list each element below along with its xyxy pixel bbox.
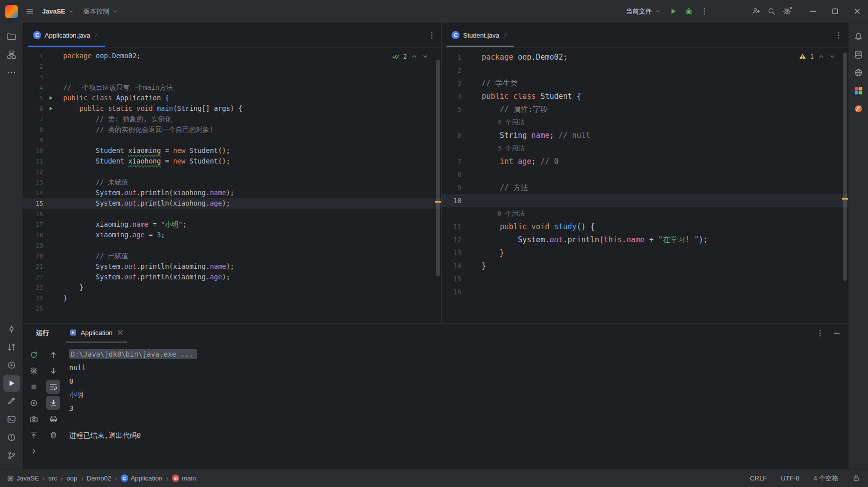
line-number[interactable]: 14 xyxy=(442,259,464,272)
run-gutter-icon[interactable] xyxy=(48,95,54,101)
notifications-toolwindow-button[interactable] xyxy=(850,28,867,45)
terminal-toolwindow-button[interactable] xyxy=(3,411,20,428)
run-settings-button[interactable] xyxy=(27,364,41,378)
line-number[interactable]: 13 xyxy=(442,246,464,259)
debug-button[interactable] xyxy=(681,4,697,20)
code-line[interactable]: 19 xyxy=(23,240,441,251)
line-number[interactable]: 24 xyxy=(23,293,45,303)
breadcrumb-item[interactable]: mmain xyxy=(172,474,196,482)
line-number[interactable]: 12 xyxy=(23,167,45,177)
code-text[interactable] xyxy=(56,135,63,145)
more-actions-button[interactable] xyxy=(697,4,712,20)
prev-occurrence-button[interactable] xyxy=(46,348,60,362)
code-line[interactable]: 24} xyxy=(23,293,441,303)
code-text[interactable]: Student xiaoming = new Student(); xyxy=(56,145,230,156)
clear-console-button[interactable] xyxy=(46,428,60,442)
console-output[interactable]: D:\Java\jdk8\bin\java.exe ...null0小明3 进程… xyxy=(62,343,848,469)
breadcrumb-item[interactable]: CApplication xyxy=(121,474,163,482)
code-line[interactable]: 4public class Student { xyxy=(442,90,848,103)
pull-requests-toolwindow-button[interactable] xyxy=(3,339,20,356)
line-number[interactable]: 14 xyxy=(23,188,45,198)
code-text[interactable] xyxy=(475,194,482,207)
code-line[interactable]: 14 System.out.println(xiaohong.name); xyxy=(23,188,441,198)
code-text[interactable]: xiaoming.name = "小明"; xyxy=(56,219,186,230)
line-number[interactable]: 9 xyxy=(23,135,45,145)
code-text[interactable]: // 类: 抽象的, 实例化 xyxy=(56,114,171,124)
code-text[interactable]: System.out.println(xiaoming.name); xyxy=(56,261,234,272)
breadcrumb-item[interactable]: oop xyxy=(67,474,78,482)
line-number[interactable]: 8 xyxy=(442,168,464,181)
code-line[interactable]: 8 xyxy=(442,168,848,181)
minimize-button[interactable] xyxy=(802,0,824,23)
line-number[interactable]: 3 xyxy=(23,72,45,82)
line-number[interactable]: 21 xyxy=(23,261,45,272)
code-with-me-button[interactable] xyxy=(748,4,764,20)
code-text[interactable]: } xyxy=(475,246,504,259)
line-number[interactable]: 17 xyxy=(23,219,45,230)
database-toolwindow-button[interactable] xyxy=(850,46,867,63)
code-text[interactable] xyxy=(56,167,63,177)
breadcrumb-item[interactable]: JavaSE xyxy=(7,474,39,482)
code-text[interactable]: package oop.Demo02; xyxy=(475,51,568,64)
code-text[interactable]: int age; // 0 xyxy=(475,155,559,168)
inlay-hint-line[interactable]: 3 个用法 xyxy=(442,142,848,155)
code-text[interactable] xyxy=(475,272,482,285)
code-text[interactable]: System.out.println(xiaohong.name); xyxy=(56,188,234,198)
close-tab-icon[interactable] xyxy=(116,329,124,337)
run-gutter-icon[interactable] xyxy=(48,106,54,111)
line-number[interactable]: 25 xyxy=(23,303,45,314)
coverage-button[interactable] xyxy=(27,396,41,410)
code-text[interactable] xyxy=(475,285,482,298)
line-number[interactable]: 5 xyxy=(442,103,464,116)
code-text[interactable]: xiaoming.age = 3; xyxy=(56,230,165,240)
tab-application-java[interactable]: C Application.java xyxy=(28,23,105,47)
main-menu-button[interactable] xyxy=(22,4,38,20)
commit-toolwindow-button[interactable] xyxy=(3,320,20,338)
code-line[interactable]: 16 xyxy=(442,285,848,298)
line-number[interactable]: 5 xyxy=(23,93,45,103)
code-line[interactable]: 12 xyxy=(23,167,441,177)
code-line[interactable]: 11 Student xiaohong = new Student(); xyxy=(23,156,441,167)
code-line[interactable]: 3 xyxy=(23,72,441,82)
vcs-selector[interactable]: 版本控制 xyxy=(79,4,123,20)
code-line[interactable]: 4// 一个项目应该只有一个main方法 xyxy=(23,82,441,93)
line-number[interactable]: 11 xyxy=(23,156,45,167)
code-text[interactable]: public void study() { xyxy=(475,220,595,233)
code-editor-student[interactable]: 1package oop.Demo02;23// 学生类4public clas… xyxy=(442,48,848,323)
line-number[interactable]: 18 xyxy=(23,230,45,240)
line-number[interactable]: 16 xyxy=(442,285,464,298)
usages-inlay-hint[interactable]: 4 个用法 xyxy=(475,116,525,129)
indent-widget[interactable]: 4 个空格 xyxy=(813,474,838,483)
code-line[interactable]: 1package oop.Demo02; xyxy=(442,51,848,64)
code-line[interactable]: 8 // 类的实例化会返回一个自己的对象! xyxy=(23,124,441,135)
code-line[interactable]: 12 System.out.println(this.name + "在学习! … xyxy=(442,233,848,246)
code-text[interactable]: System.out.println(xiaoming.age); xyxy=(56,272,230,282)
code-text[interactable]: // 类的实例化会返回一个自己的对象! xyxy=(56,124,213,135)
more-toolwindows-button[interactable] xyxy=(3,64,20,81)
code-line[interactable]: 10 xyxy=(442,194,848,207)
code-text[interactable]: Student xiaohong = new Student(); xyxy=(56,156,230,167)
code-text[interactable]: // 未赋值 xyxy=(56,177,128,188)
code-text[interactable]: // 学生类 xyxy=(475,77,518,90)
code-line[interactable]: 6 public static void main(String[] args)… xyxy=(23,103,441,114)
line-number[interactable]: 9 xyxy=(442,181,464,194)
prev-problem-icon[interactable] xyxy=(817,53,825,60)
line-number[interactable]: 10 xyxy=(23,145,45,156)
line-number[interactable]: 13 xyxy=(23,177,45,188)
code-line[interactable]: 5public class Application { xyxy=(23,93,441,103)
settings-button[interactable] xyxy=(779,4,795,20)
line-number[interactable]: 1 xyxy=(442,51,464,64)
code-line[interactable]: 2 xyxy=(442,64,848,77)
line-number[interactable]: 16 xyxy=(23,209,45,219)
endpoints-toolwindow-button[interactable] xyxy=(850,64,867,81)
code-line[interactable]: 2 xyxy=(23,61,441,72)
code-line[interactable]: 7 // 类: 抽象的, 实例化 xyxy=(23,114,441,124)
problems-toolwindow-button[interactable] xyxy=(3,429,20,446)
code-text[interactable]: String name; // null xyxy=(475,129,590,142)
code-text[interactable] xyxy=(56,209,63,219)
code-line[interactable]: 1package oop.Demo02; xyxy=(23,51,441,61)
editor-options-kebab-icon[interactable] xyxy=(427,31,436,40)
scroll-to-end-button[interactable] xyxy=(46,396,60,410)
line-number[interactable]: 7 xyxy=(442,155,464,168)
usages-inlay-hint[interactable]: 3 个用法 xyxy=(475,142,525,155)
